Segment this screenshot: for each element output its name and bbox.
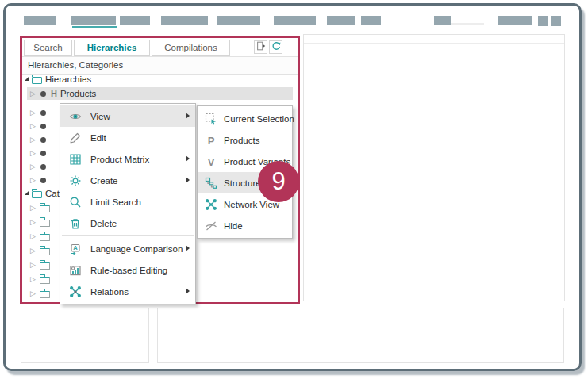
menu-item-edit[interactable]: Edit <box>60 127 195 148</box>
submenu-arrow-icon <box>186 288 190 294</box>
menu-item-product-matrix[interactable]: Product Matrix <box>60 148 195 170</box>
bullet-icon <box>40 91 46 97</box>
tree-item-products[interactable]: ▷ H Products <box>30 87 96 100</box>
tree-item-folder[interactable]: ▷ <box>30 201 50 214</box>
tab-compilations-label: Compilations <box>164 43 217 52</box>
tree-item-label: Products <box>60 89 96 98</box>
collapsed-triangle-icon[interactable]: ▷ <box>30 147 37 159</box>
tree-item-hierarchies[interactable]: Hierarchies <box>25 73 91 86</box>
collapsed-triangle-icon[interactable]: ▷ <box>30 133 37 146</box>
main-content-header <box>304 35 564 44</box>
menu-item-relations[interactable]: Relations <box>60 281 195 302</box>
tree-item-bullet[interactable]: ▷ <box>30 147 46 159</box>
menu-item-delete[interactable]: Delete <box>60 212 195 234</box>
tab-hierarchies-label: Hierarchies <box>87 43 137 52</box>
pencil-icon <box>68 131 82 144</box>
tab-compilations[interactable]: Compilations <box>152 40 230 56</box>
menu-item-language-comparison[interactable]: A Language Comparison <box>60 238 195 259</box>
menu-item-label: Rule-based Editing <box>90 266 167 275</box>
structure-icon <box>204 176 217 190</box>
toolbar-placeholder-active[interactable] <box>71 16 116 25</box>
svg-text:V: V <box>207 155 214 167</box>
relations-icon <box>68 285 82 298</box>
submenu-item-label: Hide <box>224 221 243 231</box>
folder-icon <box>40 277 50 284</box>
collapsed-triangle-icon[interactable]: ▷ <box>30 174 37 186</box>
refresh-button[interactable] <box>269 40 282 54</box>
main-content-panel <box>303 34 565 301</box>
folder-icon <box>40 248 50 255</box>
tree-item-folder[interactable]: ▷ <box>30 216 50 228</box>
tree-item-folder[interactable]: ▷ <box>30 273 50 285</box>
toolbar-square-button[interactable] <box>551 16 561 26</box>
expanded-triangle-icon[interactable] <box>25 76 29 81</box>
language-icon: A <box>68 242 82 255</box>
collapsed-triangle-icon[interactable]: ▷ <box>30 120 37 132</box>
toolbar-placeholder[interactable] <box>217 16 260 25</box>
selection-cursor-icon <box>204 112 217 125</box>
menu-item-limit-search[interactable]: Limit Search <box>60 191 195 212</box>
active-toolbar-underline <box>72 26 117 28</box>
folder-icon <box>40 220 50 227</box>
menu-item-label: Product Matrix <box>90 155 149 164</box>
collapsed-triangle-icon[interactable]: ▷ <box>30 201 37 214</box>
export-panel-button[interactable] <box>254 40 267 54</box>
tree-item-bullet[interactable]: ▷ <box>30 160 46 173</box>
toolbar-placeholder[interactable] <box>498 16 532 25</box>
letter-p-icon: P <box>204 133 217 147</box>
toolbar-placeholder[interactable] <box>120 16 150 25</box>
tree-item-bullet[interactable]: ▷ <box>30 120 46 132</box>
collapsed-triangle-icon[interactable]: ▷ <box>30 258 37 271</box>
folder-icon <box>32 77 42 84</box>
submenu-item-products[interactable]: P Products <box>198 129 292 151</box>
collapsed-triangle-icon[interactable]: ▷ <box>30 87 37 100</box>
tree-item-folder[interactable]: ▷ <box>30 258 50 271</box>
menu-item-label: Limit Search <box>90 197 141 207</box>
toolbar-placeholder[interactable] <box>161 16 208 25</box>
submenu-item-hide[interactable]: Hide <box>198 215 292 236</box>
toolbar-placeholder[interactable] <box>327 16 355 25</box>
tree-panel-header-label: Hierarchies, Categories <box>28 60 123 70</box>
export-panel-icon <box>256 40 267 55</box>
toolbar-square-button[interactable] <box>538 16 548 26</box>
bottom-left-panel <box>21 308 149 363</box>
submenu-item-label: Current Selection <box>224 114 294 124</box>
tree-item-bullet[interactable]: ▷ <box>30 106 46 119</box>
hidden-eye-icon <box>204 219 217 232</box>
toolbar-placeholder[interactable] <box>361 16 381 25</box>
menu-item-view[interactable]: View <box>60 105 195 127</box>
tree-item-bullet[interactable]: ▷ <box>30 133 46 146</box>
submenu-item-current-selection[interactable]: Current Selection <box>198 108 292 129</box>
menu-item-rule-based-editing[interactable]: Rule-based Editing <box>60 259 195 281</box>
eye-icon <box>68 109 82 123</box>
bullet-icon <box>40 124 46 129</box>
tree-item-folder[interactable]: ▷ <box>30 287 50 300</box>
submenu-item-label: Structure <box>224 178 261 188</box>
collapsed-triangle-icon[interactable]: ▷ <box>30 106 37 119</box>
tree-item-bullet[interactable]: ▷ <box>30 174 46 186</box>
collapsed-triangle-icon[interactable]: ▷ <box>30 230 37 243</box>
hierarchy-type-icon: H <box>51 89 57 98</box>
collapsed-triangle-icon[interactable]: ▷ <box>30 160 37 173</box>
collapsed-triangle-icon[interactable]: ▷ <box>30 273 37 285</box>
toolbar-placeholder[interactable] <box>24 16 56 25</box>
collapsed-triangle-icon[interactable]: ▷ <box>30 216 37 228</box>
toolbar-search-placeholder[interactable] <box>434 16 451 25</box>
submenu-arrow-icon <box>186 155 190 162</box>
network-icon <box>204 197 217 211</box>
expanded-triangle-icon[interactable] <box>25 190 29 195</box>
collapsed-triangle-icon[interactable]: ▷ <box>30 287 37 300</box>
tree-item-folder[interactable]: ▷ <box>30 230 50 243</box>
tab-search[interactable]: Search <box>24 40 72 56</box>
menu-item-create[interactable]: Create <box>60 170 195 191</box>
menu-separator <box>62 235 194 236</box>
menu-item-label: Language Comparison <box>90 244 183 254</box>
tab-hierarchies[interactable]: Hierarchies <box>74 40 150 56</box>
tree-panel-header: Hierarchies, Categories <box>22 56 298 75</box>
toolbar-placeholder[interactable] <box>274 16 316 25</box>
collapsed-triangle-icon[interactable]: ▷ <box>30 244 37 257</box>
folder-icon <box>40 234 50 241</box>
tree-item-folder[interactable]: ▷ <box>30 244 50 257</box>
submenu-arrow-icon <box>186 113 190 119</box>
tab-search-label: Search <box>33 43 62 52</box>
